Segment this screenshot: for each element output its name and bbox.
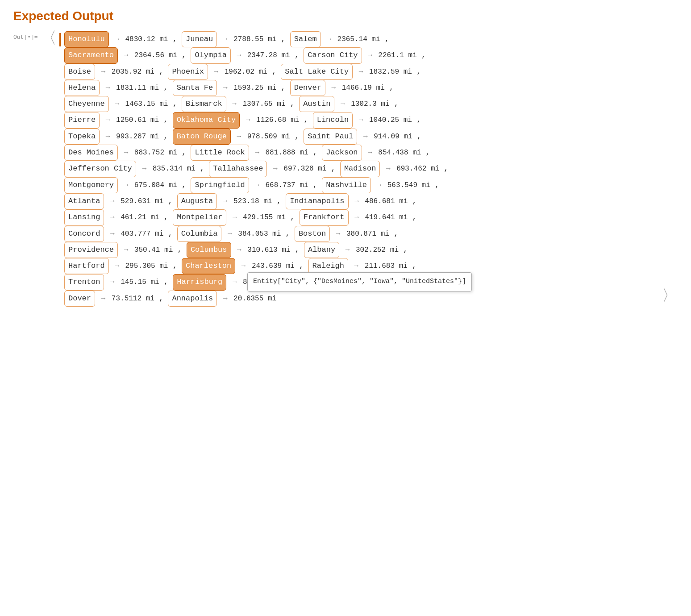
distance-value: 384.053 mi bbox=[238, 230, 281, 238]
comma-separator: , bbox=[412, 132, 421, 141]
city-tag[interactable]: Columbia bbox=[177, 226, 222, 242]
distance-value: 211.683 mi bbox=[365, 262, 408, 270]
comma-separator: , bbox=[412, 67, 421, 76]
arrow-icon: → bbox=[106, 230, 119, 238]
city-tag[interactable]: Springfield bbox=[191, 177, 249, 193]
city-tag[interactable]: Columbus bbox=[187, 242, 231, 258]
city-entry: Juneau → 2788.55 mi , bbox=[182, 35, 290, 43]
city-entry: Trenton → 145.15 mi , bbox=[64, 278, 173, 286]
comma-separator: , bbox=[286, 213, 300, 221]
distance-value: 697.328 mi bbox=[283, 165, 326, 173]
comma-separator: , bbox=[163, 197, 177, 205]
city-tag[interactable]: Honolulu bbox=[64, 31, 109, 47]
city-tag[interactable]: Jackson bbox=[322, 145, 362, 161]
arrow-icon: → bbox=[219, 35, 232, 43]
city-entry: Boise → 2035.92 mi , bbox=[64, 67, 168, 76]
city-entry: Little Rock → 881.888 mi , bbox=[191, 148, 322, 157]
city-tag[interactable]: Little Rock bbox=[191, 145, 249, 161]
distance-value: 20.6355 mi bbox=[233, 295, 276, 303]
city-tag[interactable]: Lincoln bbox=[313, 112, 353, 128]
distance-value: 2788.55 mi bbox=[233, 35, 276, 43]
arrow-icon: → bbox=[106, 213, 119, 221]
city-tag[interactable]: Des Moines bbox=[64, 145, 118, 161]
content-area: Honolulu → 4830.12 mi , Juneau → 2788.55… bbox=[64, 31, 659, 307]
city-tag[interactable]: Cheyenne bbox=[64, 96, 109, 112]
city-entry: Jefferson City → 835.314 mi , bbox=[64, 164, 209, 173]
city-tag[interactable]: Baton Rouge bbox=[173, 129, 231, 145]
city-tag[interactable]: Atlanta bbox=[64, 193, 104, 209]
arrow-icon: → bbox=[101, 133, 114, 141]
city-tag[interactable]: Bismarck bbox=[182, 96, 226, 112]
comma-separator: , bbox=[281, 229, 295, 238]
arrow-icon: → bbox=[350, 197, 363, 205]
city-tag[interactable]: Nashville bbox=[322, 177, 371, 193]
city-tag[interactable]: Augusta bbox=[177, 193, 217, 209]
comma-separator: , bbox=[295, 262, 308, 270]
city-tag[interactable]: Montgomery bbox=[64, 177, 118, 193]
comma-separator: , bbox=[159, 132, 173, 141]
city-entry: Hartford → 295.305 mi , bbox=[64, 262, 182, 270]
city-tag[interactable]: Sacramento bbox=[64, 47, 118, 63]
city-tag[interactable]: Juneau bbox=[182, 31, 217, 47]
distance-value: 461.21 mi bbox=[121, 213, 159, 221]
city-tag[interactable]: Phoenix bbox=[168, 64, 208, 80]
city-entry: Baton Rouge → 978.509 mi , bbox=[173, 132, 304, 141]
distance-value: 675.084 mi bbox=[134, 181, 177, 189]
distance-value: 1250.61 mi bbox=[116, 116, 159, 124]
comma-separator: , bbox=[380, 35, 389, 43]
city-tag[interactable]: Providence bbox=[64, 242, 118, 258]
city-tag[interactable]: Frankfort bbox=[300, 209, 349, 225]
brace-left: 〈 bbox=[41, 31, 57, 47]
city-tag[interactable]: Helena bbox=[64, 80, 100, 96]
comma-separator: , bbox=[168, 262, 182, 270]
distance-value: 2365.14 mi bbox=[337, 35, 380, 43]
arrow-icon: → bbox=[228, 278, 241, 286]
city-tag[interactable]: Olympia bbox=[191, 47, 230, 63]
distance-value: 2035.92 mi bbox=[112, 68, 154, 76]
comma-separator: , bbox=[267, 67, 281, 76]
distance-value: 73.5112 mi bbox=[112, 295, 154, 303]
city-tag[interactable]: Trenton bbox=[64, 274, 104, 290]
city-tag[interactable]: Harrisburg bbox=[173, 274, 226, 290]
city-entry: Olympia → 2347.28 mi , bbox=[191, 51, 304, 59]
city-tag[interactable]: Carson City bbox=[304, 47, 362, 63]
city-entry: Albany → 302.252 mi , bbox=[304, 246, 408, 254]
city-entry: Augusta → 523.18 mi , bbox=[177, 197, 286, 205]
comma-separator: , bbox=[159, 116, 173, 124]
city-tag[interactable]: Concord bbox=[64, 226, 104, 242]
city-entry: Topeka → 993.287 mi , bbox=[64, 132, 173, 141]
city-tag[interactable]: Annapolis bbox=[168, 291, 217, 307]
city-tag[interactable]: Oklahoma City bbox=[173, 112, 240, 128]
city-tag[interactable]: Tallahassee bbox=[209, 161, 267, 177]
city-tag[interactable]: Madison bbox=[340, 161, 380, 177]
city-tag[interactable]: Albany bbox=[304, 242, 339, 258]
city-tag[interactable]: Topeka bbox=[64, 129, 100, 145]
city-tag[interactable]: Jefferson City bbox=[64, 161, 136, 177]
city-tag[interactable]: Raleigh bbox=[308, 258, 348, 274]
city-tag[interactable]: Indianapolis bbox=[286, 193, 348, 209]
distance-value: 243.639 mi bbox=[252, 262, 295, 270]
city-tag[interactable]: Salem bbox=[290, 31, 321, 47]
city-tag[interactable]: Saint Paul bbox=[304, 129, 357, 145]
city-tag[interactable]: Santa Fe bbox=[173, 80, 217, 96]
comma-separator: , bbox=[154, 67, 168, 76]
city-tag[interactable]: Montpelier bbox=[173, 209, 226, 225]
city-tag[interactable]: Denver bbox=[290, 80, 325, 96]
distance-value: 914.09 mi bbox=[374, 133, 412, 141]
distance-value: 350.41 mi bbox=[134, 246, 173, 254]
comma-separator: , bbox=[154, 294, 168, 303]
city-tag[interactable]: Boise bbox=[64, 64, 95, 80]
city-tag[interactable]: Dover bbox=[64, 291, 95, 307]
arrow-icon: → bbox=[111, 262, 124, 270]
arrow-icon: → bbox=[223, 230, 236, 238]
city-tag[interactable]: Hartford bbox=[64, 258, 109, 274]
city-tag[interactable]: Pierre bbox=[64, 112, 100, 128]
city-tag[interactable]: Salt Lake City bbox=[281, 64, 353, 80]
city-tag[interactable]: Boston bbox=[295, 226, 330, 242]
city-tag[interactable]: Charleston bbox=[182, 258, 235, 274]
city-tag[interactable]: Austin bbox=[299, 96, 334, 112]
city-tag[interactable]: Lansing bbox=[64, 209, 104, 225]
comma-separator: , bbox=[421, 148, 430, 157]
city-entry: Pierre → 1250.61 mi , bbox=[64, 116, 173, 124]
city-entry: Raleigh → 211.683 mi , bbox=[308, 262, 417, 270]
